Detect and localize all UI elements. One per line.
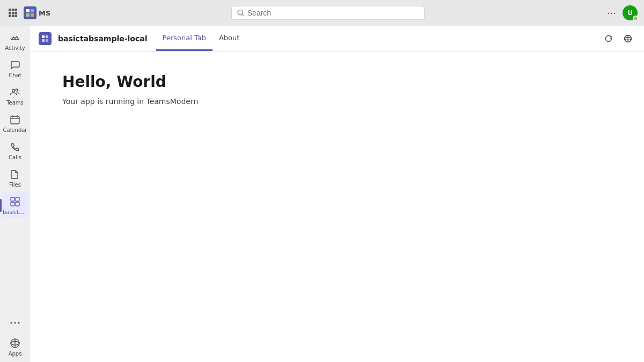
svg-rect-24 — [11, 202, 14, 206]
svg-point-16 — [12, 90, 15, 92]
tab-about[interactable]: About — [213, 26, 246, 51]
svg-rect-4 — [12, 12, 14, 14]
app-header-right — [601, 31, 635, 46]
svg-rect-18 — [11, 116, 19, 124]
calls-icon — [9, 141, 21, 153]
svg-rect-32 — [46, 35, 48, 38]
search-icon — [237, 9, 244, 17]
sidebar-item-files-label: Files — [3, 182, 27, 188]
calendar-icon — [9, 113, 21, 126]
ms-logo[interactable]: MS — [24, 6, 50, 19]
svg-rect-10 — [31, 9, 34, 12]
basictabsample-icon — [9, 195, 21, 208]
svg-rect-22 — [11, 197, 14, 201]
sidebar-item-teams-label: Teams — [3, 100, 27, 106]
refresh-button[interactable] — [601, 31, 616, 46]
svg-rect-8 — [15, 15, 17, 17]
svg-point-26 — [11, 322, 12, 324]
globe-button[interactable] — [620, 31, 635, 46]
svg-rect-25 — [16, 202, 19, 206]
sidebar-item-apps-label: Apps — [3, 351, 27, 357]
sidebar-item-chat[interactable]: Chat — [2, 55, 28, 82]
chat-icon — [9, 58, 21, 71]
search-input[interactable] — [247, 9, 419, 17]
teams-icon — [9, 86, 21, 99]
svg-rect-12 — [31, 13, 34, 17]
page-heading: Hello, World — [62, 73, 612, 91]
grid-icon[interactable] — [6, 6, 19, 19]
sidebar-item-calendar-label: Calendar — [3, 127, 27, 133]
app-header: basictabsample-local Personal Tab About — [30, 26, 644, 51]
svg-rect-9 — [26, 9, 30, 12]
sidebar-item-files[interactable]: Files — [2, 165, 28, 191]
sidebar-item-calls[interactable]: Calls — [2, 137, 28, 164]
sidebar-item-apps[interactable]: Apps — [2, 334, 28, 360]
sidebar-item-teams[interactable]: Teams — [2, 83, 28, 109]
svg-rect-1 — [12, 9, 14, 11]
avatar-presence-badge — [633, 16, 638, 21]
sidebar-item-activity[interactable]: Activity — [2, 28, 28, 54]
sidebar-item-calendar[interactable]: Calendar — [2, 110, 28, 136]
svg-rect-33 — [42, 39, 45, 42]
svg-rect-31 — [42, 35, 45, 38]
tab-personal-tab[interactable]: Personal Tab — [156, 26, 213, 51]
page-content: Hello, World Your app is running in Team… — [30, 51, 644, 362]
app-icon-small — [39, 32, 52, 45]
svg-rect-34 — [46, 39, 48, 42]
app-tabs: Personal Tab About — [156, 26, 246, 51]
sidebar-item-chat-label: Chat — [3, 72, 27, 78]
page-subtext: Your app is running in TeamsModern — [62, 97, 612, 106]
sidebar-item-basictabsample[interactable]: basictabsa... — [2, 192, 28, 218]
more-apps-icon — [9, 316, 21, 329]
svg-point-17 — [16, 89, 18, 91]
topbar-more-button[interactable]: ··· — [605, 5, 618, 21]
content-area: basictabsample-local Personal Tab About — [30, 26, 644, 362]
svg-rect-2 — [15, 9, 17, 11]
sidebar-item-basictabsample-label: basictabsa... — [3, 209, 27, 215]
search-wrapper[interactable] — [231, 6, 425, 20]
avatar[interactable]: U — [623, 5, 638, 20]
sidebar-item-activity-label: Activity — [3, 45, 27, 51]
svg-rect-3 — [9, 12, 11, 14]
svg-rect-5 — [15, 12, 17, 14]
svg-point-15 — [11, 39, 12, 40]
main-layout: Activity Chat Teams — [0, 26, 644, 362]
ms-logo-box — [24, 6, 36, 19]
search-container — [55, 6, 601, 20]
svg-rect-6 — [9, 15, 11, 17]
svg-rect-23 — [16, 197, 19, 201]
activity-icon — [9, 31, 21, 44]
apps-icon — [9, 337, 21, 350]
app-title: basictabsample-local — [58, 34, 148, 43]
svg-point-27 — [14, 322, 16, 324]
svg-rect-0 — [9, 9, 11, 11]
topbar-right: ··· U — [605, 5, 638, 21]
ms-label: MS — [39, 9, 50, 17]
svg-line-14 — [242, 14, 244, 16]
files-icon — [9, 168, 21, 181]
svg-rect-11 — [26, 13, 30, 17]
sidebar-more-button[interactable] — [2, 313, 28, 333]
svg-point-28 — [18, 322, 20, 324]
svg-rect-7 — [12, 15, 14, 17]
sidebar-item-calls-label: Calls — [3, 154, 27, 160]
topbar: MS ··· U — [0, 0, 644, 26]
sidebar: Activity Chat Teams — [0, 26, 30, 362]
